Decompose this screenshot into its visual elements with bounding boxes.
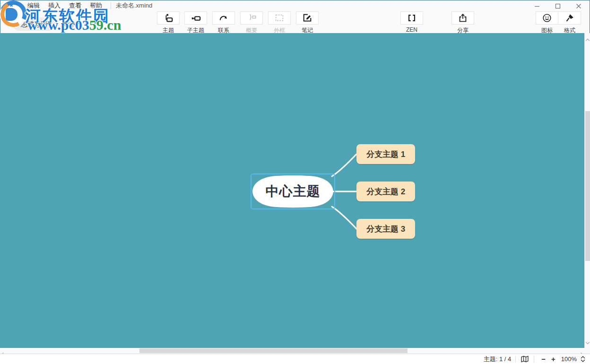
map-overview-button[interactable]	[520, 355, 529, 363]
chevron-down-icon	[581, 359, 585, 362]
horizontal-scrollbar[interactable]	[0, 348, 590, 354]
maximize-icon	[555, 3, 561, 9]
tab-outline[interactable]: 大纲	[61, 20, 74, 29]
relationship-icon	[218, 13, 229, 23]
zoom-level[interactable]: 100%	[561, 355, 577, 363]
menu-view[interactable]: 查看	[69, 1, 81, 10]
statusbar-divider	[534, 356, 534, 363]
connection-line-1	[332, 154, 356, 176]
format-brush-icon	[564, 13, 575, 23]
connection-line-3	[332, 207, 356, 229]
format-button[interactable]: 格式	[558, 11, 581, 35]
document-title: 未命名.xmind	[116, 1, 152, 10]
subtopic-button[interactable]: 子主题	[184, 11, 207, 35]
vertical-scrollbar[interactable]	[584, 33, 590, 348]
horizontal-scrollbar-thumb[interactable]	[139, 348, 408, 353]
toolbar: 思维导图 大纲 主题 子主题 联系	[0, 11, 590, 33]
menu-divider	[111, 2, 111, 9]
summary-button: 概要	[240, 11, 263, 35]
statusbar: 主题: 1 / 4 − + 100%	[0, 354, 590, 364]
subtopic-icon	[191, 13, 201, 23]
boundary-button: 外框	[268, 11, 291, 35]
menu-edit[interactable]: 编辑	[27, 1, 40, 10]
central-topic[interactable]: 中心主题	[251, 174, 335, 209]
mindmap-canvas[interactable]: 中心主题 分支主题 1 分支主题 2 分支主题 3	[0, 33, 590, 348]
close-button[interactable]	[568, 0, 589, 12]
scroll-down-arrow-icon[interactable]	[586, 337, 589, 346]
zoom-select-button[interactable]	[581, 356, 585, 362]
share-icon	[458, 13, 468, 23]
relationship-button[interactable]: 联系	[212, 11, 235, 35]
minimize-button[interactable]	[527, 0, 547, 12]
zen-mode-icon	[407, 13, 417, 23]
menu-help[interactable]: 帮助	[90, 1, 102, 10]
zoom-in-button[interactable]: +	[548, 355, 558, 364]
statusbar-divider	[515, 356, 516, 363]
markers-button[interactable]: 图标	[536, 11, 558, 35]
branch-topic-2[interactable]: 分支主题 2	[356, 182, 415, 201]
branch-topic-1[interactable]: 分支主题 1	[356, 144, 415, 164]
branch-topic-3[interactable]: 分支主题 3	[356, 219, 415, 239]
smiley-icon	[542, 13, 552, 23]
vertical-scrollbar-thumb[interactable]	[585, 111, 590, 261]
summary-icon	[246, 13, 257, 23]
topic-counter: 主题: 1 / 4	[484, 355, 512, 364]
chevron-up-icon	[581, 356, 585, 359]
boundary-icon	[274, 13, 285, 23]
minimize-icon	[534, 3, 540, 9]
notes-button[interactable]: 笔记	[296, 11, 319, 35]
maximize-button[interactable]	[547, 0, 568, 12]
titlebar: 文件 编辑 插入 查看 帮助 未命名.xmind	[0, 0, 590, 11]
close-icon	[576, 3, 581, 9]
topic-icon	[163, 13, 174, 23]
share-button[interactable]: 分享	[451, 11, 474, 35]
xmind-window: 文件 编辑 插入 查看 帮助 未命名.xmind 思维导图 大纲 主题	[0, 0, 590, 364]
notes-icon	[302, 13, 312, 23]
tab-mindmap[interactable]: 思维导图	[13, 17, 55, 31]
window-controls	[527, 0, 589, 12]
scroll-up-arrow-icon[interactable]	[586, 35, 589, 44]
zen-button[interactable]: ZEN	[400, 11, 423, 33]
map-icon	[520, 355, 529, 363]
menu-insert[interactable]: 插入	[48, 1, 61, 10]
zoom-out-button[interactable]: −	[538, 355, 548, 364]
menu-file[interactable]: 文件	[7, 1, 19, 10]
topic-button[interactable]: 主题	[157, 11, 180, 35]
